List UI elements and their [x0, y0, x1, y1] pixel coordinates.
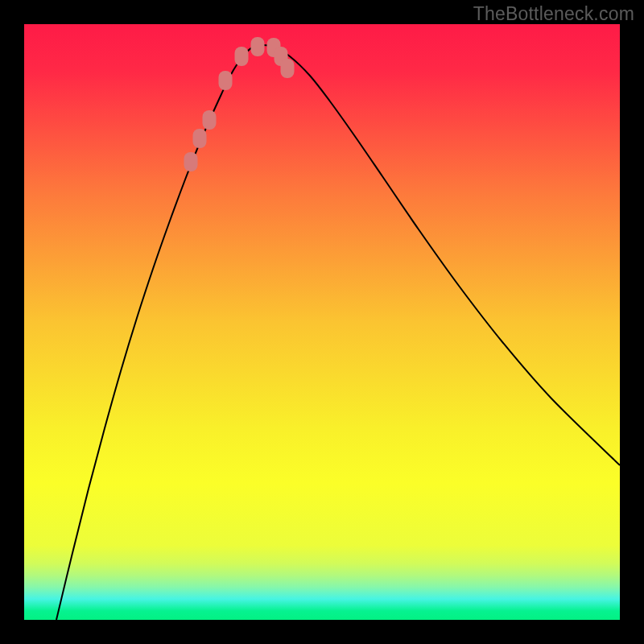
highlight-marker	[235, 47, 249, 66]
bottleneck-curve	[56, 45, 620, 620]
highlight-marker	[219, 71, 233, 90]
plot-area	[24, 24, 620, 620]
chart-frame: TheBottleneck.com	[0, 0, 644, 644]
highlight-markers	[184, 37, 295, 171]
highlight-marker	[281, 59, 295, 78]
highlight-marker	[251, 37, 265, 56]
highlight-marker	[184, 152, 198, 171]
watermark-text: TheBottleneck.com	[473, 3, 634, 25]
highlight-marker	[193, 129, 207, 148]
curve-layer	[24, 24, 620, 620]
highlight-marker	[203, 110, 217, 130]
